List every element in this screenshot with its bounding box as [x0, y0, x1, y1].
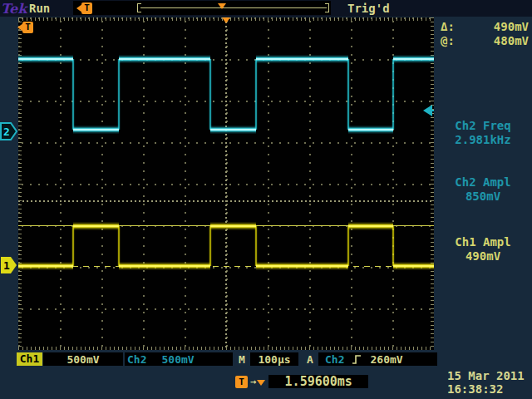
- timebase-value: 100µs: [258, 353, 290, 366]
- delay-time-readout: T → 1.59600ms: [235, 375, 368, 388]
- ch2-freq-measurement: Ch2 Freq 2.981kHz: [436, 119, 530, 147]
- svg-text:2: 2: [3, 126, 10, 138]
- measurement-label: Ch2 Ampl: [436, 175, 530, 190]
- delay-t-icon: T: [235, 376, 248, 388]
- trigger-system-label: A: [307, 353, 313, 366]
- main-timebase-label: M: [239, 353, 245, 366]
- ch2-label: Ch2: [127, 353, 146, 366]
- measurement-value: 850mV: [436, 190, 530, 204]
- trigger-level-arrow-icon: [423, 105, 432, 116]
- tek-logo: Tek: [1, 1, 27, 17]
- trigger-offscreen-icon: T: [76, 2, 92, 14]
- header-bar: Tek Run T Trig'd: [0, 0, 532, 17]
- ch1-scale-value: 500mV: [66, 353, 99, 366]
- delay-trigger-offscreen-icon: T: [17, 22, 33, 33]
- svg-text:1: 1: [3, 259, 10, 272]
- ch1-scale-readout: 500mV: [43, 352, 123, 366]
- record-right-bracket-icon: [325, 3, 329, 12]
- trigger-t-glyph: T: [81, 2, 92, 14]
- measurement-value: 490mV: [436, 249, 530, 264]
- time-text: 16:38:32: [447, 382, 525, 396]
- trigger-level-value: 260mV: [370, 353, 402, 366]
- trigger-level-arrow-tail: [432, 110, 434, 111]
- measurement-label: Ch1 Ampl: [436, 235, 530, 249]
- cursor-delta-value: 490mV: [494, 20, 529, 33]
- ch1-ground-marker: 1: [0, 256, 18, 274]
- datetime-block: 15 Mar 2011 16:38:32: [447, 369, 525, 396]
- trigger-readout: Ch2 260mV: [318, 352, 437, 366]
- trigger-position-icon: [222, 17, 230, 23]
- acquisition-status: Run: [29, 2, 50, 15]
- trigger-source: Ch2: [325, 353, 344, 366]
- rising-edge-icon: [352, 354, 362, 365]
- record-view-bar: T: [73, 1, 331, 15]
- cursor-delta-readout: Δ: 490mV: [441, 20, 529, 33]
- measurement-value: 2.981kHz: [436, 133, 530, 147]
- ch2-scale-readout: Ch2 500mV: [125, 352, 233, 366]
- cursor-at-label: @:: [441, 34, 455, 47]
- status-bar: Ch1 500mV Ch2 500mV M 100µs A Ch2 260mV: [0, 352, 532, 367]
- cursor-at-value: 480mV: [494, 34, 529, 47]
- ch2-ground-marker: 2: [0, 122, 18, 140]
- graticule: [18, 17, 434, 350]
- record-length-line: [140, 7, 327, 8]
- cursor-at-readout: @: 480mV: [441, 34, 529, 47]
- ch2-scale-value: 500mV: [161, 353, 194, 366]
- timebase-readout: 100µs: [250, 352, 298, 366]
- right-arrow-icon: →: [250, 376, 256, 387]
- oscilloscope-screen: Tek Run T Trig'd T: [0, 0, 532, 399]
- cursor-delta-label: Δ:: [441, 20, 455, 33]
- ch1-ampl-measurement: Ch1 Ampl 490mV: [436, 235, 530, 264]
- down-triangle-icon: [257, 380, 265, 386]
- date-text: 15 Mar 2011: [447, 369, 525, 382]
- ch2-ampl-measurement: Ch2 Ampl 850mV: [436, 175, 530, 204]
- measurement-label: Ch2 Freq: [436, 119, 530, 133]
- delay-time-value: 1.59600ms: [268, 375, 368, 388]
- trigger-status: Trig'd: [347, 2, 390, 15]
- trigger-t-glyph: T: [22, 22, 33, 33]
- record-trigger-position-icon: [218, 3, 226, 9]
- ch1-badge: Ch1: [17, 352, 42, 366]
- waveform-plot: [18, 17, 434, 350]
